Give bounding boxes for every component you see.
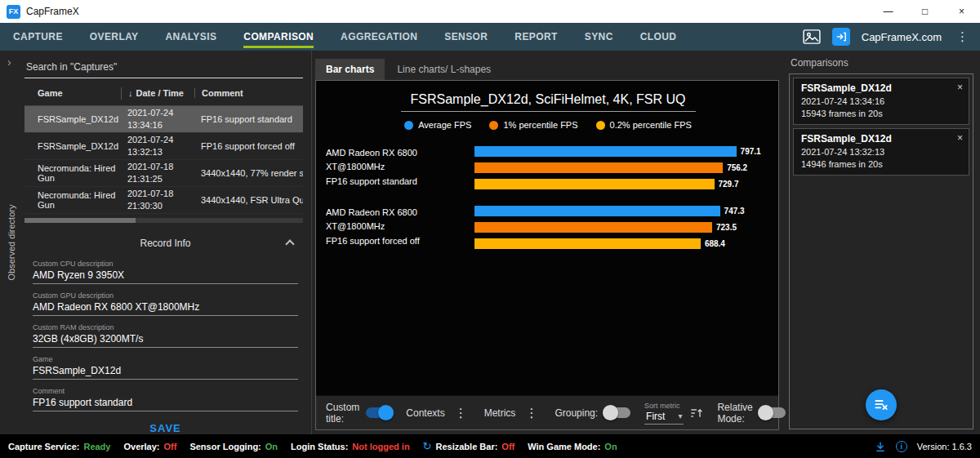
- remove-all-comparisons-button[interactable]: [866, 389, 897, 420]
- column-game[interactable]: Game: [24, 88, 121, 98]
- comparison-card[interactable]: FSRSample_DX12d2021-07-24 13:32:1314946 …: [793, 128, 969, 176]
- login-icon[interactable]: [832, 28, 850, 46]
- custom-title-label: Custom title:: [326, 402, 359, 425]
- grouping-toggle[interactable]: [604, 407, 630, 418]
- cell-date-time: 2021-07-2413:32:13: [121, 134, 194, 158]
- chart-groups: AMD Radeon RX 6800 XT@1800MHzFP16 suppor…: [326, 143, 770, 251]
- nav-item-analysis[interactable]: ANALYSIS: [166, 23, 217, 51]
- record-info-title: Record Info: [140, 238, 190, 249]
- cell-comment: 3440x1440, 77% render sc: [194, 168, 303, 178]
- relative-mode-toggle[interactable]: [760, 407, 786, 418]
- field-value: FSRSample_DX12d: [33, 365, 298, 376]
- horizontal-scrollbar[interactable]: [24, 218, 303, 223]
- column-comment[interactable]: Comment: [194, 88, 303, 98]
- tab-bar-charts[interactable]: Bar charts: [315, 59, 385, 80]
- capture-row[interactable]: FSRSample_DX12d2021-07-2413:34:16FP16 su…: [24, 106, 303, 133]
- status-value: Ready: [83, 442, 110, 451]
- bar-value: 747.3: [724, 207, 745, 216]
- chart-legend: Average FPS1% percentile FPS0.2% percent…: [326, 120, 770, 130]
- record-field[interactable]: GameFSRSample_DX12d: [33, 355, 298, 380]
- expand-directory-icon[interactable]: ›: [7, 56, 11, 69]
- download-icon[interactable]: [875, 441, 886, 452]
- maximize-button[interactable]: □: [906, 0, 943, 23]
- bar: [474, 179, 715, 189]
- search-input[interactable]: [24, 57, 303, 78]
- close-button[interactable]: ×: [943, 0, 980, 23]
- bar: [474, 146, 737, 157]
- nav-item-comparison[interactable]: COMPARISON: [243, 23, 314, 51]
- sort-desc-icon: ↓: [128, 88, 133, 98]
- comparison-card[interactable]: FSRSample_DX12d2021-07-24 13:34:1615943 …: [793, 78, 969, 125]
- save-button[interactable]: SAVE: [33, 422, 298, 434]
- scrollbar-thumb[interactable]: [24, 218, 136, 223]
- info-icon[interactable]: i: [896, 441, 907, 452]
- field-value: FP16 support standard: [33, 397, 298, 408]
- bar-row: 756.2: [474, 159, 770, 176]
- sort-metric-dropdown[interactable]: Sort metric First▾: [644, 402, 684, 425]
- contexts-label: Contexts: [406, 407, 444, 419]
- field-value: AMD Ryzen 9 3950X: [33, 269, 298, 281]
- overflow-menu-icon[interactable]: ⋮: [953, 29, 972, 44]
- status-item: Win Game Mode:On: [528, 442, 617, 451]
- status-value: Off: [164, 442, 177, 451]
- cell-game: FSRSample_DX12d: [24, 114, 121, 124]
- legend-item: 1% percentile FPS: [489, 120, 577, 130]
- capture-row[interactable]: Necromunda: Hired Gun2021-07-1821:31:253…: [24, 160, 303, 187]
- sort-order-icon[interactable]: [690, 407, 703, 419]
- record-field[interactable]: Custom RAM description32GB (4x8GB) 3200M…: [33, 323, 298, 348]
- field-label: Custom CPU description: [33, 260, 298, 268]
- contexts-menu-icon[interactable]: ⋮: [452, 406, 470, 420]
- captures-sidebar: Game ↓Date / Time Comment FSRSample_DX12…: [23, 51, 312, 434]
- cell-date-time: 2021-07-1821:31:25: [121, 161, 194, 185]
- chart-controls: Custom title: Contexts ⋮ Metrics ⋮ Group…: [316, 395, 778, 429]
- comparison-game: FSRSample_DX12d: [801, 133, 961, 145]
- captures-table-header[interactable]: Game ↓Date / Time Comment: [24, 82, 303, 106]
- cell-date-time: 2021-07-2413:34:16: [121, 107, 194, 131]
- bar-group: AMD Radeon RX 6800 XT@1800MHzFP16 suppor…: [326, 143, 770, 192]
- status-items: Capture Service:ReadyOverlay:OffSensor L…: [8, 440, 617, 452]
- chart-tabs: Bar chartsLine charts/ L-shapes: [315, 59, 779, 80]
- cell-game: Necromunda: Hired Gun: [24, 163, 121, 183]
- close-icon[interactable]: ×: [957, 132, 963, 144]
- custom-title-toggle[interactable]: [366, 407, 392, 418]
- comparison-frames: 14946 frames in 20s: [801, 159, 961, 169]
- record-field[interactable]: Custom GPU descriptionAMD Radeon RX 6800…: [33, 291, 298, 316]
- nav-items: CAPTUREOVERLAYANALYSISCOMPARISONAGGREGAT…: [13, 23, 676, 51]
- close-icon[interactable]: ×: [957, 82, 963, 93]
- nav-item-report[interactable]: REPORT: [514, 23, 557, 51]
- screenshot-icon[interactable]: [803, 29, 821, 44]
- nav-item-sensor[interactable]: SENSOR: [444, 23, 488, 51]
- metrics-menu-icon[interactable]: ⋮: [522, 406, 541, 420]
- cell-comment: 3440x1440, FSR Ultra Qua: [194, 195, 303, 205]
- capframex-site-link[interactable]: CapFrameX.com: [862, 31, 942, 43]
- cell-game: FSRSample_DX12d: [24, 141, 121, 151]
- comparison-main: Bar chartsLine charts/ L-shapes FSRSampl…: [312, 51, 784, 434]
- status-item: Overlay:Off: [123, 442, 176, 451]
- capture-row[interactable]: FSRSample_DX12d2021-07-2413:32:13FP16 su…: [24, 133, 303, 160]
- capture-row[interactable]: Necromunda: Hired Gun2021-07-1821:30:303…: [24, 187, 303, 214]
- nav-item-sync[interactable]: SYNC: [585, 23, 613, 51]
- grouping-label: Grouping:: [555, 407, 598, 419]
- record-info-fields: Custom CPU descriptionAMD Ryzen 9 3950XC…: [33, 260, 298, 411]
- bar: [474, 162, 723, 173]
- record-field[interactable]: CommentFP16 support standard: [33, 387, 298, 411]
- collapse-icon[interactable]: [285, 239, 294, 248]
- nav-item-cloud[interactable]: CLOUD: [640, 23, 677, 51]
- nav-item-overlay[interactable]: OVERLAY: [90, 23, 139, 51]
- field-label: Custom RAM description: [33, 323, 298, 331]
- record-field[interactable]: Custom CPU descriptionAMD Ryzen 9 3950X: [33, 260, 298, 284]
- comparison-cards: FSRSample_DX12d2021-07-24 13:34:1615943 …: [793, 78, 969, 179]
- column-date-time[interactable]: ↓Date / Time: [121, 87, 194, 100]
- status-value: On: [265, 442, 278, 451]
- nav-item-aggregation[interactable]: AGGREGATION: [341, 23, 417, 51]
- tab-line-charts-l-shapes[interactable]: Line charts/ L-shapes: [386, 59, 501, 80]
- field-label: Custom GPU description: [33, 291, 298, 300]
- bar-value: 797.1: [741, 147, 761, 156]
- bar-group-bars: 747.3723.5688.4: [474, 202, 770, 251]
- minimize-button[interactable]: —: [870, 0, 906, 23]
- bar-group-bars: 797.1756.2729.7: [474, 143, 770, 192]
- comparisons-panel: FSRSample_DX12d2021-07-24 13:34:1615943 …: [789, 73, 973, 429]
- status-value: On: [604, 442, 617, 451]
- record-info-panel: Record Info Custom CPU descriptionAMD Ry…: [24, 233, 303, 434]
- nav-item-capture[interactable]: CAPTURE: [13, 23, 63, 51]
